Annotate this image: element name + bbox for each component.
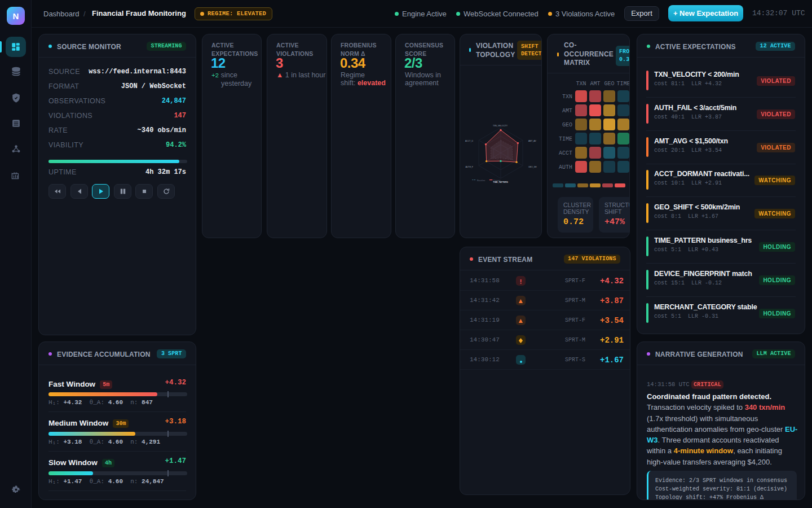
svg-text:AUTH_F: AUTH_F: [465, 166, 473, 168]
svg-text:AMT_AV: AMT_AV: [528, 140, 536, 142]
svg-text:Current: Current: [493, 179, 501, 182]
svg-text:Baseline: Baseline: [477, 179, 485, 182]
svg-text:TXN_VELOCITY: TXN_VELOCITY: [493, 125, 508, 127]
svg-text:ACCT_D: ACCT_D: [465, 140, 473, 142]
svg-text:GEO_SH: GEO_SH: [528, 166, 537, 168]
